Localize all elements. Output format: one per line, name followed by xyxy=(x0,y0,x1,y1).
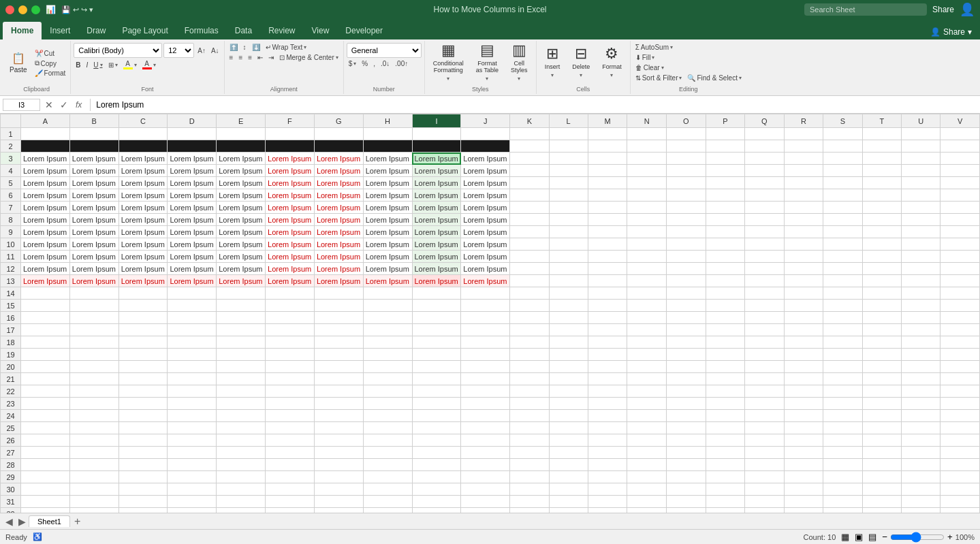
table-cell[interactable] xyxy=(627,361,667,373)
table-cell[interactable] xyxy=(784,508,823,513)
table-cell[interactable] xyxy=(217,349,266,361)
align-center-button[interactable]: ≡ xyxy=(236,53,244,62)
page-break-button[interactable]: ▤ xyxy=(868,532,876,542)
table-cell[interactable] xyxy=(21,447,70,459)
cut-button[interactable]: ✂️ Cut xyxy=(33,49,68,58)
table-cell[interactable] xyxy=(168,361,217,373)
table-cell[interactable]: Lorem Ipsum xyxy=(168,263,217,275)
table-cell[interactable] xyxy=(363,422,412,434)
table-cell[interactable] xyxy=(588,349,627,361)
zoom-in-button[interactable]: + xyxy=(947,532,953,542)
table-cell[interactable] xyxy=(666,226,706,238)
table-cell[interactable]: Lorem Ipsum xyxy=(363,214,412,226)
table-cell[interactable] xyxy=(266,373,315,385)
table-cell[interactable] xyxy=(941,483,980,496)
row-header-30[interactable]: 30 xyxy=(1,483,21,496)
table-cell[interactable] xyxy=(21,300,70,312)
table-cell[interactable]: Lorem Ipsum xyxy=(118,214,168,226)
col-header-I[interactable]: I xyxy=(412,114,461,128)
table-cell[interactable] xyxy=(21,496,70,508)
table-cell[interactable] xyxy=(941,324,980,336)
table-cell[interactable] xyxy=(823,398,862,410)
table-cell[interactable]: Lorem Ipsum xyxy=(314,226,363,238)
table-cell[interactable] xyxy=(941,459,980,471)
table-cell[interactable] xyxy=(461,422,510,434)
table-cell[interactable] xyxy=(549,251,588,263)
table-cell[interactable] xyxy=(168,128,217,140)
table-cell[interactable] xyxy=(168,373,217,385)
table-cell[interactable] xyxy=(510,434,549,447)
table-cell[interactable] xyxy=(745,422,785,434)
table-cell[interactable]: Lorem Ipsum xyxy=(363,177,412,189)
table-cell[interactable] xyxy=(314,483,363,496)
align-right-button[interactable]: ≡ xyxy=(246,53,254,62)
table-cell[interactable] xyxy=(217,385,266,398)
row-header-25[interactable]: 25 xyxy=(1,422,21,434)
table-cell[interactable] xyxy=(862,459,901,471)
table-cell[interactable] xyxy=(461,324,510,336)
table-cell[interactable] xyxy=(784,140,823,153)
table-cell[interactable] xyxy=(627,496,667,508)
table-cell[interactable] xyxy=(706,226,744,238)
table-cell[interactable] xyxy=(266,459,315,471)
table-cell[interactable]: Lorem Ipsum xyxy=(217,238,266,251)
table-cell[interactable] xyxy=(862,324,901,336)
table-cell[interactable] xyxy=(941,140,980,153)
table-cell[interactable] xyxy=(627,398,667,410)
row-header-18[interactable]: 18 xyxy=(1,336,21,349)
row-header-26[interactable]: 26 xyxy=(1,434,21,447)
table-cell[interactable] xyxy=(862,226,901,238)
table-cell[interactable] xyxy=(412,312,461,324)
table-cell[interactable] xyxy=(588,128,627,140)
table-cell[interactable] xyxy=(784,410,823,422)
sheet-nav-right[interactable]: ▶ xyxy=(16,516,29,527)
table-cell[interactable] xyxy=(21,385,70,398)
table-cell[interactable] xyxy=(823,165,862,177)
align-middle-button[interactable]: ↕️ xyxy=(241,43,249,52)
table-cell[interactable] xyxy=(266,385,315,398)
table-cell[interactable] xyxy=(549,447,588,459)
table-cell[interactable] xyxy=(217,447,266,459)
table-cell[interactable] xyxy=(784,385,823,398)
table-cell[interactable] xyxy=(627,324,667,336)
table-cell[interactable] xyxy=(118,434,168,447)
table-cell[interactable] xyxy=(510,238,549,251)
col-header-Q[interactable]: Q xyxy=(745,114,785,128)
table-cell[interactable]: Lorem Ipsum xyxy=(461,153,510,165)
table-cell[interactable] xyxy=(901,263,941,275)
table-cell[interactable] xyxy=(706,324,744,336)
table-cell[interactable] xyxy=(549,312,588,324)
table-cell[interactable]: Lorem Ipsum xyxy=(314,177,363,189)
table-cell[interactable] xyxy=(217,140,266,153)
table-cell[interactable]: Lorem Ipsum xyxy=(412,153,461,165)
table-cell[interactable] xyxy=(69,361,118,373)
table-cell[interactable] xyxy=(588,214,627,226)
font-size-select[interactable]: 12 xyxy=(163,43,194,58)
table-cell[interactable]: Lorem Ipsum xyxy=(21,226,70,238)
table-cell[interactable] xyxy=(588,508,627,513)
table-cell[interactable]: Lorem Ipsum xyxy=(69,189,118,202)
table-cell[interactable] xyxy=(217,324,266,336)
table-cell[interactable] xyxy=(862,238,901,251)
table-cell[interactable]: Lorem Ipsum xyxy=(217,202,266,214)
table-cell[interactable] xyxy=(941,177,980,189)
table-cell[interactable] xyxy=(266,398,315,410)
table-cell[interactable] xyxy=(862,287,901,300)
table-cell[interactable] xyxy=(823,447,862,459)
table-cell[interactable] xyxy=(862,398,901,410)
table-cell[interactable] xyxy=(901,508,941,513)
table-cell[interactable] xyxy=(510,202,549,214)
table-cell[interactable] xyxy=(21,128,70,140)
table-cell[interactable]: Lorem Ipsum xyxy=(21,189,70,202)
table-cell[interactable]: Lorem Ipsum xyxy=(118,226,168,238)
table-cell[interactable] xyxy=(69,434,118,447)
table-cell[interactable] xyxy=(823,496,862,508)
table-cell[interactable] xyxy=(784,373,823,385)
table-cell[interactable] xyxy=(266,447,315,459)
table-cell[interactable] xyxy=(510,324,549,336)
table-cell[interactable] xyxy=(666,189,706,202)
table-cell[interactable] xyxy=(412,385,461,398)
align-top-button[interactable]: ⬆️ xyxy=(227,43,240,52)
table-cell[interactable] xyxy=(217,410,266,422)
row-header-27[interactable]: 27 xyxy=(1,447,21,459)
